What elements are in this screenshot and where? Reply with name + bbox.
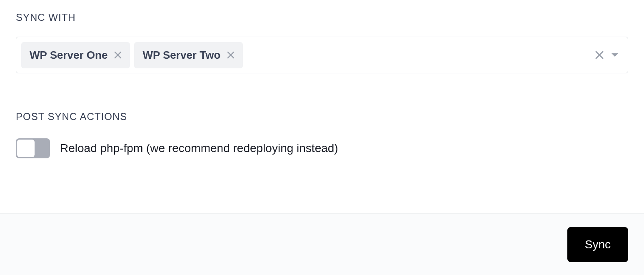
sync-with-label: SYNC WITH: [16, 12, 628, 23]
chevron-down-icon[interactable]: [610, 50, 619, 60]
clear-all-icon[interactable]: [594, 50, 604, 60]
reload-phpfpm-toggle[interactable]: [16, 138, 50, 158]
remove-tag-icon[interactable]: [227, 51, 235, 59]
footer-bar: Sync: [0, 213, 644, 275]
toggle-knob: [17, 140, 35, 157]
selected-tags: WP Server One WP Server Two: [21, 42, 243, 68]
remove-tag-icon[interactable]: [114, 51, 122, 59]
reload-phpfpm-label: Reload php-fpm (we recommend redeploying…: [60, 142, 338, 155]
sync-with-multiselect[interactable]: WP Server One WP Server Two: [16, 37, 628, 73]
tag-item: WP Server Two: [134, 42, 243, 68]
sync-button[interactable]: Sync: [567, 227, 628, 262]
tag-item: WP Server One: [21, 42, 130, 68]
post-sync-actions-label: POST SYNC ACTIONS: [16, 111, 628, 122]
tag-label: WP Server Two: [142, 49, 220, 62]
tag-label: WP Server One: [30, 49, 107, 62]
